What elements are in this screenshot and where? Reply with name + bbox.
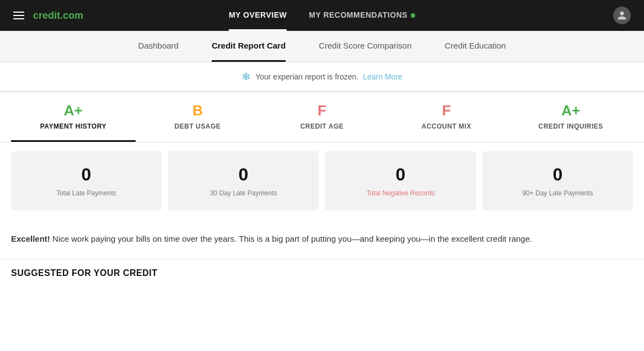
- stat-number-90-day: 0: [491, 164, 624, 185]
- tab-account-mix[interactable]: F ACCOUNT MIX: [384, 92, 509, 142]
- tab-payment-history[interactable]: A+ PAYMENT HISTORY: [11, 92, 136, 142]
- frozen-banner: ❄ Your experian report is frozen. Learn …: [0, 62, 644, 92]
- stat-number-negative-records: 0: [334, 164, 467, 185]
- stat-label-negative-records: Total Negative Records: [334, 189, 467, 197]
- card-30-day-late: 0 30 Day Late Payments: [168, 151, 319, 210]
- user-avatar[interactable]: [613, 7, 631, 24]
- tab-credit-age[interactable]: F CREDIT AGE: [260, 92, 384, 142]
- nav-my-overview[interactable]: MY OVERVIEW: [229, 1, 287, 31]
- user-icon: [617, 10, 627, 20]
- subnav-credit-score-comparison[interactable]: Credit Score Comparison: [319, 31, 411, 62]
- grade-letter-credit-inquiries: A+: [514, 102, 627, 119]
- frozen-text: Your experian report is frozen.: [255, 72, 358, 81]
- description-section: Excellent! Nice work paying your bills o…: [0, 219, 644, 259]
- stat-number-30-day: 0: [177, 164, 310, 185]
- nav-links: MY OVERVIEW MY RECOMMENDATIONS: [229, 1, 415, 31]
- logo-text: credit: [33, 10, 60, 21]
- stat-number-total-late: 0: [20, 164, 153, 185]
- card-90-day-late: 0 90+ Day Late Payments: [482, 151, 633, 210]
- grade-letter-credit-age: F: [265, 102, 379, 119]
- tab-credit-inquiries[interactable]: A+ CREDIT INQUIRIES: [508, 92, 633, 142]
- logo: credit.com: [33, 10, 83, 22]
- top-nav: credit.com MY OVERVIEW MY RECOMMENDATION…: [0, 0, 644, 31]
- grade-name-account-mix: ACCOUNT MIX: [390, 123, 503, 130]
- stat-label-total-late: Total Late Payments: [20, 189, 153, 197]
- card-total-late-payments: 0 Total Late Payments: [11, 151, 162, 210]
- grade-letter-debt-usage: B: [141, 102, 255, 119]
- learn-more-link[interactable]: Learn More: [363, 72, 402, 81]
- recommendations-dot: [411, 13, 415, 18]
- subnav-dashboard[interactable]: Dashboard: [138, 31, 179, 62]
- hamburger-menu[interactable]: [13, 12, 24, 19]
- grade-name-credit-inquiries: CREDIT INQUIRIES: [514, 123, 627, 130]
- grade-tabs: A+ PAYMENT HISTORY B DEBT USAGE F CREDIT…: [0, 92, 644, 142]
- grade-letter-account-mix: F: [390, 102, 503, 119]
- logo-domain: .com: [60, 10, 83, 21]
- description-bold: Excellent!: [11, 234, 50, 243]
- nav-my-recommendations[interactable]: MY RECOMMENDATIONS: [309, 1, 407, 31]
- suggested-heading: SUGGESTED FOR YOUR CREDIT: [0, 259, 644, 285]
- grade-name-debt-usage: DEBT USAGE: [141, 123, 255, 130]
- sub-nav: Dashboard Credit Report Card Credit Scor…: [0, 31, 644, 62]
- card-total-negative-records: 0 Total Negative Records: [325, 151, 476, 210]
- grade-name-payment-history: PAYMENT HISTORY: [17, 123, 130, 130]
- description-text: Nice work paying your bills on time over…: [50, 234, 532, 243]
- snowflake-icon: ❄: [242, 70, 251, 83]
- grade-letter-payment-history: A+: [17, 102, 130, 119]
- stat-label-90-day: 90+ Day Late Payments: [491, 189, 624, 197]
- stat-cards: 0 Total Late Payments 0 30 Day Late Paym…: [0, 142, 644, 219]
- subnav-credit-report-card[interactable]: Credit Report Card: [212, 31, 286, 62]
- tab-debt-usage[interactable]: B DEBT USAGE: [136, 92, 260, 142]
- grade-name-credit-age: CREDIT AGE: [265, 123, 379, 130]
- nav-my-recommendations-container: MY RECOMMENDATIONS: [309, 1, 415, 31]
- subnav-credit-education[interactable]: Credit Education: [445, 31, 506, 62]
- stat-label-30-day: 30 Day Late Payments: [177, 189, 310, 197]
